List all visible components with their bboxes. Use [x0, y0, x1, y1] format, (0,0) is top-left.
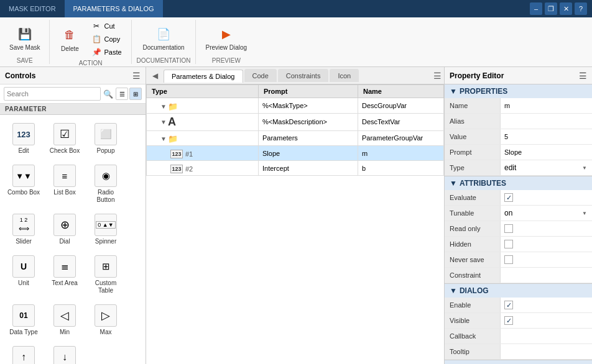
- control-radio-button[interactable]: ◉ Radio Button: [86, 160, 126, 208]
- prop-input-name[interactable]: [504, 102, 588, 109]
- type-dropdown-arrow[interactable]: ▼: [581, 165, 588, 171]
- prop-value-visible[interactable]: [501, 313, 592, 328]
- controls-menu-button[interactable]: ☰: [132, 71, 141, 81]
- layout-section-header[interactable]: ▼ LAYOUT: [445, 360, 592, 364]
- attributes-section-header[interactable]: ▼ ATTRIBUTES: [445, 176, 592, 190]
- control-data-type[interactable]: 01 Data Type: [4, 300, 44, 340]
- prop-value-readonly[interactable]: [501, 221, 592, 236]
- table-row[interactable]: ▼ A %<MaskDescription> DescTextVar: [147, 113, 444, 130]
- evaluate-checkbox[interactable]: [504, 193, 513, 202]
- tab-parameters-dialog[interactable]: Parameters & Dialog: [164, 70, 243, 83]
- control-edit[interactable]: 123 Edit: [4, 119, 44, 159]
- prop-label-prompt: Prompt: [445, 145, 501, 160]
- prop-value-never-save[interactable]: [501, 252, 592, 267]
- tab-expand-button[interactable]: ◀: [149, 70, 161, 82]
- delete-button[interactable]: 🗑 Delete: [55, 24, 85, 55]
- grid-view-button[interactable]: ⊞: [129, 88, 142, 100]
- prop-input-constraint[interactable]: [504, 271, 588, 279]
- expand-toggle-r2[interactable]: ▼: [160, 119, 167, 125]
- control-spinner[interactable]: 0 ▲▼ Spinner: [86, 209, 126, 250]
- tab-code[interactable]: Code: [244, 69, 277, 82]
- prop-value-tooltip[interactable]: [501, 344, 592, 359]
- params-table-scroll[interactable]: Type Prompt Name ▼ 📁: [146, 84, 444, 364]
- control-slider[interactable]: 1 2 ⟺ Slider: [4, 209, 44, 250]
- min-label: Min: [60, 329, 70, 336]
- prop-input-callback[interactable]: [504, 332, 588, 340]
- table-row[interactable]: ▼ 📁 Parameters ParameterGroupVar: [147, 130, 444, 146]
- control-promote-down[interactable]: ↓ Promote: [45, 342, 85, 364]
- expand-toggle-r1[interactable]: ▼: [160, 103, 167, 110]
- control-list-box[interactable]: ≡ List Box: [45, 160, 85, 208]
- controls-panel: Controls ☰ 🔍 ☰ ⊞ PARAMETER 123 Edit ☑ Ch…: [0, 67, 146, 364]
- tunable-dropdown-arrow[interactable]: ▼: [581, 211, 588, 216]
- prop-label-visible: Visible: [445, 313, 501, 328]
- help-button[interactable]: ?: [575, 2, 587, 15]
- minimize-button[interactable]: –: [530, 2, 542, 15]
- prop-label-readonly: Read only: [445, 221, 501, 236]
- prop-value-tunable[interactable]: on ▼: [501, 206, 592, 221]
- dialog-section-header[interactable]: ▼ DIALOG: [445, 284, 592, 298]
- prop-value-alias[interactable]: [501, 114, 592, 129]
- property-scroll[interactable]: ▼ PROPERTIES Name Alias Value Prompt: [445, 84, 592, 364]
- tab-icon[interactable]: Icon: [330, 69, 359, 82]
- prop-input-prompt[interactable]: [504, 148, 588, 156]
- control-text-area[interactable]: ≣ Text Area: [45, 251, 85, 299]
- tab-parameters-dialog[interactable]: PARAMETERS & DIALOG: [65, 0, 163, 17]
- table-row[interactable]: 123 #2 Intercept b: [147, 161, 444, 176]
- paste-button[interactable]: 📌 Paste: [87, 46, 126, 58]
- prop-value-callback[interactable]: [501, 329, 592, 344]
- properties-section-header[interactable]: ▼ PROPERTIES: [445, 84, 592, 98]
- table-row[interactable]: ▼ 📁 %<MaskType> DescGroupVar: [147, 98, 444, 114]
- documentation-button[interactable]: 📄 Documentation: [138, 22, 188, 54]
- prop-row-value: Value: [445, 129, 592, 145]
- preview-dialog-button[interactable]: ▶ Preview Dialog: [201, 22, 251, 54]
- prop-input-alias[interactable]: [504, 117, 588, 125]
- search-view-buttons: ☰ ⊞: [116, 88, 142, 100]
- visible-checkbox[interactable]: [504, 316, 513, 325]
- control-min[interactable]: ◁ Min: [45, 300, 85, 340]
- param-section-label: PARAMETER: [0, 104, 146, 115]
- attributes-section-label: ATTRIBUTES: [460, 179, 506, 188]
- prop-input-tooltip[interactable]: [504, 348, 588, 355]
- prop-value-enable[interactable]: [501, 298, 592, 312]
- folder-icon-r3: 📁: [168, 134, 178, 143]
- col-prompt: Prompt: [259, 85, 358, 98]
- control-dial[interactable]: ⊕ Dial: [45, 209, 85, 250]
- tab-mask-editor[interactable]: MASK EDITOR: [0, 0, 65, 17]
- close-button[interactable]: ✕: [560, 2, 572, 15]
- control-promote-up[interactable]: ↑ Promote: [4, 342, 44, 364]
- table-row[interactable]: 123 #1 Slope m: [147, 146, 444, 161]
- controls-header: Controls ☰: [0, 67, 146, 84]
- dialog-section: ▼ DIALOG Enable Visible Callback: [445, 284, 592, 360]
- prop-value-type[interactable]: edit ▼: [501, 160, 592, 175]
- control-checkbox[interactable]: ☑ Check Box: [45, 119, 85, 159]
- prop-value-evaluate[interactable]: [501, 190, 592, 205]
- never-save-checkbox[interactable]: [504, 255, 513, 264]
- copy-button[interactable]: 📋 Copy: [87, 33, 126, 45]
- prompt-r2: %<MaskDescription>: [259, 113, 358, 130]
- control-unit[interactable]: U Unit: [4, 251, 44, 299]
- list-view-button[interactable]: ☰: [116, 88, 128, 100]
- prompt-r5: Intercept: [259, 161, 358, 176]
- control-max[interactable]: ▷ Max: [86, 300, 126, 340]
- restore-button[interactable]: ❐: [545, 2, 557, 15]
- prop-value-name[interactable]: [501, 98, 592, 113]
- expand-toggle-r3[interactable]: ▼: [160, 135, 167, 142]
- readonly-checkbox[interactable]: [504, 224, 513, 233]
- prop-input-value[interactable]: [504, 133, 588, 140]
- cut-button[interactable]: ✂ Cut: [87, 20, 126, 32]
- prop-value-prompt[interactable]: [501, 145, 592, 160]
- hidden-checkbox[interactable]: [504, 240, 513, 248]
- enable-checkbox[interactable]: [504, 301, 513, 309]
- property-menu-button[interactable]: ☰: [579, 71, 587, 81]
- control-popup[interactable]: ⬜ Popup: [86, 119, 126, 159]
- prop-value-constraint[interactable]: [501, 268, 592, 283]
- control-combo-box[interactable]: ▼▼ Combo Box: [4, 160, 44, 208]
- search-input[interactable]: [4, 87, 101, 101]
- prop-value-value[interactable]: [501, 129, 592, 144]
- prop-value-hidden[interactable]: [501, 237, 592, 252]
- save-mask-button[interactable]: 💾 Save Mask: [5, 22, 44, 54]
- tab-constraints[interactable]: Constraints: [278, 69, 329, 82]
- center-tab-menu-button[interactable]: ☰: [433, 71, 442, 81]
- control-custom-table[interactable]: ⊞ Custom Table: [86, 251, 126, 299]
